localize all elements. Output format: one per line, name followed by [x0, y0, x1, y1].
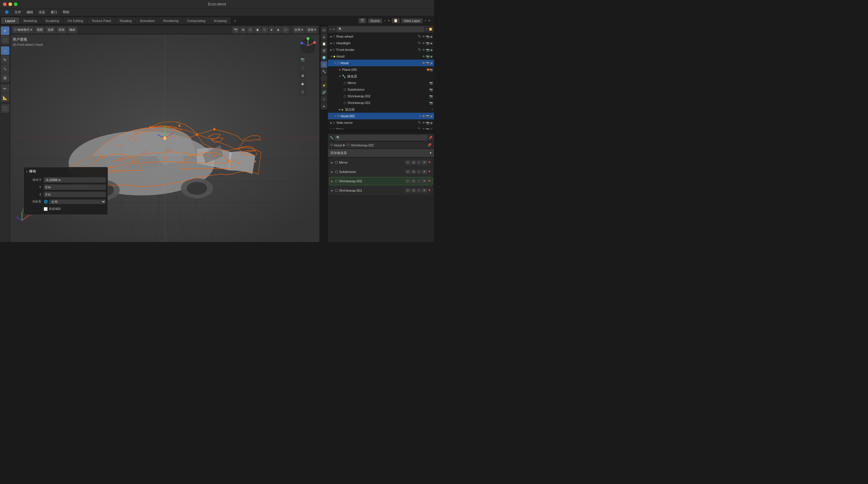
- door-render[interactable]: ◉: [430, 128, 433, 130]
- coord-select[interactable]: 全局: [49, 200, 106, 204]
- material-props-icon[interactable]: ●: [321, 103, 327, 110]
- add-menu-btn[interactable]: 添加: [57, 27, 66, 33]
- menu-file[interactable]: 文件: [12, 9, 24, 15]
- object-props-icon[interactable]: ◻: [321, 61, 327, 68]
- hood001-vis[interactable]: 👁: [422, 115, 425, 118]
- sw001-down-btn[interactable]: ▼: [422, 188, 427, 192]
- hood001-render[interactable]: ◉: [430, 115, 433, 118]
- physics-props-icon[interactable]: ⚡: [321, 82, 327, 89]
- xray-mini-btn[interactable]: ⬡: [299, 88, 306, 95]
- view-menu-btn[interactable]: 视图: [35, 27, 44, 33]
- subdiv-down-btn[interactable]: ▼: [422, 170, 427, 174]
- rear-wheel-render[interactable]: ◉: [430, 35, 433, 38]
- sw001-mod-collapse[interactable]: ▶: [331, 189, 333, 192]
- sw002-copy-btn[interactable]: ⧉: [411, 179, 416, 183]
- outliner-item-plane005[interactable]: ● Plane.005 📷: [328, 66, 434, 73]
- mirror-filter-btn[interactable]: ⛭: [405, 160, 410, 164]
- scene-props-icon[interactable]: 🎬: [321, 47, 327, 54]
- world-props-icon[interactable]: 🌍: [321, 54, 327, 61]
- tab-scripting[interactable]: Scripting: [210, 18, 230, 24]
- move-tool[interactable]: ↔: [1, 47, 9, 55]
- outliner-item-front-fender[interactable]: ▶ ▽ Front-fender V̊₃ 👁 📷 ◉: [328, 47, 434, 53]
- outliner-item-vertex-group[interactable]: ▶ ◈ 顶点组 ²: [328, 106, 434, 113]
- cursor-tool[interactable]: ✛: [1, 27, 9, 35]
- tab-compositing[interactable]: Compositing: [183, 18, 209, 24]
- object-mode-dropdown[interactable]: ⬡ 物体模式 ▾: [12, 27, 34, 33]
- add-cube-tool[interactable]: ⬛: [1, 104, 9, 113]
- tab-modeling[interactable]: Modeling: [20, 18, 41, 24]
- outliner-item-headlight[interactable]: ▶ ▽ Headlight V̊₈ 👁 📷 ◉: [328, 40, 434, 47]
- outliner-sort-btn[interactable]: 🔽: [429, 28, 432, 31]
- outliner-filter-btn[interactable]: ▽: [425, 27, 428, 31]
- tab-rendering[interactable]: Rendering: [159, 18, 182, 24]
- viewport-shading-mini[interactable]: ◉: [299, 80, 306, 87]
- sw002-filter-btn[interactable]: ⛭: [405, 179, 410, 183]
- outliner-item-hood001[interactable]: ▼ ▽ Hood.001 ⛭ 👁 📷 ◉: [328, 113, 434, 119]
- tab-uv-editing[interactable]: UV Editing: [64, 18, 87, 24]
- outliner-item-hood-obj[interactable]: ▼ ▽ Hood 👁 📷 ◉: [328, 60, 434, 66]
- data-props-icon[interactable]: ▽: [321, 96, 327, 102]
- outliner-item-side-mirror[interactable]: ▶ ▽ Side-mirror V̊₆ 👁 📷 ◉: [328, 119, 434, 126]
- tab-sculpting[interactable]: Sculpting: [41, 18, 63, 24]
- mirror-close-btn[interactable]: ✕: [428, 160, 431, 164]
- outliner-icon[interactable]: ≡: [330, 27, 332, 31]
- scene-close-icon[interactable]: ✕: [388, 19, 390, 22]
- door-cam[interactable]: 📷: [426, 128, 430, 130]
- render-props-icon[interactable]: 🎥: [321, 27, 327, 33]
- output-props-icon[interactable]: 🖨: [321, 33, 327, 40]
- gizmo-btn[interactable]: ⊕: [240, 27, 246, 33]
- scene-name[interactable]: Scene: [368, 19, 382, 23]
- props-search-input[interactable]: [335, 135, 427, 141]
- mirror-camera[interactable]: 📷: [429, 81, 433, 85]
- menu-edit[interactable]: 编辑: [24, 9, 36, 15]
- move-y-value[interactable]: 0 m: [44, 184, 106, 190]
- viewlayer-icon[interactable]: 📋: [392, 18, 400, 23]
- wireframe-btn[interactable]: ⬡: [261, 27, 268, 33]
- transform-tool[interactable]: ⊞: [1, 73, 9, 82]
- props-icon[interactable]: 🔧: [330, 136, 333, 139]
- tab-layout[interactable]: Layout: [1, 18, 19, 24]
- select-menu-btn[interactable]: 选择: [46, 27, 56, 33]
- hood-obj-vis[interactable]: 👁: [422, 61, 425, 65]
- select-box-tool[interactable]: ⬚: [1, 36, 9, 44]
- plane005-cam[interactable]: 📷: [429, 68, 433, 71]
- constraints-props-icon[interactable]: 🔗: [321, 89, 327, 95]
- hood-coll-render[interactable]: ◉: [430, 55, 433, 58]
- sw001-copy-btn[interactable]: ⧉: [411, 188, 416, 192]
- nav-gizmo[interactable]: X Y Z: [299, 37, 317, 55]
- menu-window[interactable]: 窗口: [48, 9, 60, 15]
- move-x-value[interactable]: -0.22688 m: [44, 177, 106, 183]
- shrinkwrap001-camera[interactable]: 📷: [429, 101, 433, 104]
- sw001-move-btn[interactable]: ↕: [417, 188, 421, 192]
- side-mirror-cam[interactable]: 📷: [426, 121, 430, 124]
- view-layer-name[interactable]: View Layer: [401, 19, 423, 23]
- solid-btn[interactable]: ●: [269, 27, 274, 33]
- hood001-cam[interactable]: 📷: [426, 115, 430, 118]
- hood-coll-cam[interactable]: 📷: [426, 55, 430, 58]
- tab-texture-paint[interactable]: Texture Paint: [88, 18, 115, 24]
- outliner-item-door[interactable]: ▶ ▽ Door V̊₄ 👁 📷 ◉: [328, 126, 434, 129]
- door-vis[interactable]: 👁: [422, 128, 425, 130]
- side-mirror-render[interactable]: ◉: [430, 121, 433, 124]
- subdiv-mod-collapse[interactable]: ▶: [331, 171, 333, 173]
- local-view-btn[interactable]: ⊞: [299, 72, 306, 79]
- hood-obj-cam[interactable]: 📷: [426, 61, 430, 65]
- outliner-item-mirror[interactable]: ⬡ Mirror 📷: [328, 80, 434, 86]
- viewport-canvas[interactable]: X Z 用户透视 (0) Front-wheel | Hood: [10, 34, 319, 242]
- add-workspace-button[interactable]: +: [231, 17, 239, 24]
- global-dropdown[interactable]: 全局 ▾: [293, 27, 305, 33]
- front-fender-render[interactable]: ◉: [430, 48, 433, 52]
- sw002-mod-collapse[interactable]: ▶: [331, 180, 333, 183]
- render-btn[interactable]: 🎥: [282, 27, 289, 33]
- menu-help[interactable]: 帮助: [60, 9, 72, 15]
- hood-coll-vis[interactable]: 👁: [422, 55, 425, 58]
- persp-ortho-btn[interactable]: ⬚: [299, 64, 306, 71]
- subdiv-close-btn[interactable]: ✕: [428, 170, 431, 174]
- mirror-mod-collapse[interactable]: ▶: [331, 161, 333, 164]
- tab-shading[interactable]: Shading: [116, 18, 135, 24]
- proportional-toggle[interactable]: [44, 207, 48, 211]
- scene-icon[interactable]: 🎬: [358, 18, 366, 23]
- scene-add-icon[interactable]: +: [384, 19, 386, 22]
- rear-wheel-cam[interactable]: 📷: [426, 35, 430, 38]
- mirror-move-btn[interactable]: ↕: [417, 160, 421, 164]
